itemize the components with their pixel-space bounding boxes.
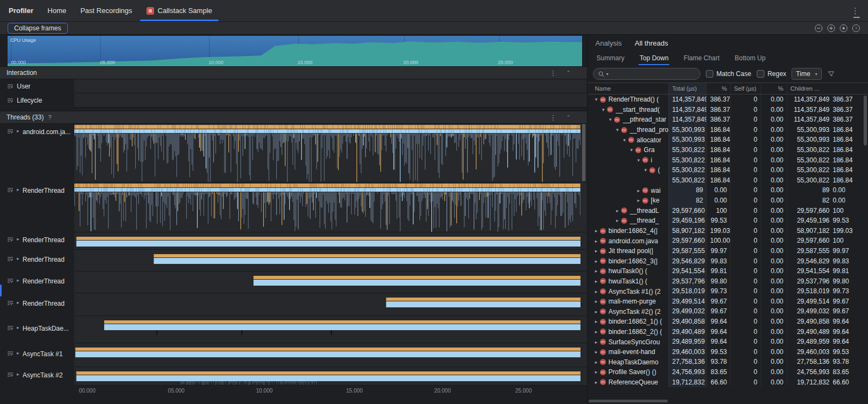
interaction-track[interactable] bbox=[74, 79, 587, 93]
expand-chevron-icon[interactable]: ▾ bbox=[593, 97, 600, 102]
thread-track[interactable] bbox=[74, 316, 587, 343]
thread-track-canvas[interactable] bbox=[74, 250, 580, 272]
filter-icon[interactable] bbox=[827, 70, 835, 78]
help-icon[interactable]: ? bbox=[48, 114, 52, 121]
expand-chevron-icon[interactable]: ▸ bbox=[593, 339, 600, 345]
interaction-section-header[interactable]: Interaction ⋮ ⌃ bbox=[0, 66, 587, 79]
thread-track-canvas[interactable] bbox=[74, 367, 580, 386]
tree-row[interactable]: ▸mJit thread pool(|29,587,55599.9700.002… bbox=[588, 246, 868, 256]
tree-row[interactable]: ▾mi55,300,822186.8400.0055,300,822186.84 bbox=[588, 155, 868, 166]
zoom-in-icon[interactable] bbox=[827, 24, 835, 33]
search-input[interactable]: ▾ bbox=[593, 68, 700, 80]
tree-row[interactable]: ▸mReferenceQueue19,712,83266.6000.0019,7… bbox=[588, 377, 868, 388]
column-header-total-s[interactable]: Total (µs) bbox=[668, 83, 706, 94]
tree-row[interactable]: ▾mRenderThread() (114,357,849386.3700.00… bbox=[588, 94, 868, 105]
match-case-checkbox[interactable]: Match Case bbox=[706, 70, 751, 78]
chevron-right-icon[interactable]: ▸ bbox=[17, 371, 20, 377]
expand-chevron-icon[interactable]: ▸ bbox=[593, 268, 600, 274]
tree-row[interactable]: ▸m[ke820.0000.00820.00 bbox=[588, 195, 868, 206]
tree-row[interactable]: ▸mProfile Saver() ()24,756,99383.6500.00… bbox=[588, 367, 868, 377]
tab-callstack-sample[interactable]: Callstack Sample bbox=[140, 0, 219, 21]
thread-track-canvas[interactable] bbox=[74, 343, 580, 367]
expand-chevron-icon[interactable]: ▸ bbox=[593, 248, 600, 254]
tree-row[interactable]: ▸mwai890.0000.00890.00 bbox=[588, 185, 868, 195]
chevron-down-icon[interactable]: ▾ bbox=[607, 72, 609, 77]
chevron-right-icon[interactable]: ▸ bbox=[17, 277, 20, 283]
chevron-right-icon[interactable]: ▸ bbox=[17, 236, 20, 242]
threads-section-header[interactable]: Threads (33) ? ⋮ ⌃ bbox=[0, 111, 587, 124]
expand-chevron-icon[interactable]: ▾ bbox=[628, 147, 635, 153]
subtab-bottom-up[interactable]: Bottom Up bbox=[733, 51, 767, 65]
thread-track[interactable] bbox=[74, 367, 587, 386]
thread-track-canvas[interactable] bbox=[74, 293, 580, 316]
thread-row-renderthread[interactable]: ▸RenderThread bbox=[0, 182, 587, 232]
cpu-usage-minimap-canvas[interactable] bbox=[8, 36, 582, 66]
expand-chevron-icon[interactable]: ▸ bbox=[614, 218, 621, 223]
search-text-field[interactable] bbox=[610, 70, 695, 78]
kebab-menu-icon[interactable]: ⋮ bbox=[550, 114, 557, 121]
tree-row[interactable]: ▸mhwuiTask1() (29,537,79699.8000.0029,53… bbox=[588, 276, 868, 287]
thread-track[interactable] bbox=[74, 293, 587, 316]
thread-track-canvas[interactable] bbox=[74, 232, 580, 250]
expand-chevron-icon[interactable]: ▾ bbox=[600, 107, 607, 112]
column-header-item[interactable]: % bbox=[706, 83, 730, 94]
expand-chevron-icon[interactable]: ▸ bbox=[593, 329, 600, 334]
expand-chevron-icon[interactable]: ▸ bbox=[593, 238, 600, 244]
expand-chevron-icon[interactable]: ▸ bbox=[593, 349, 600, 355]
thread-track-canvas[interactable] bbox=[74, 124, 580, 182]
chevron-right-icon[interactable]: ▸ bbox=[17, 187, 20, 192]
expand-chevron-icon[interactable]: ▸ bbox=[614, 208, 621, 213]
expand-chevron-icon[interactable]: ▸ bbox=[593, 299, 600, 304]
tab-all-threads[interactable]: All threads bbox=[635, 39, 668, 47]
subtab-summary[interactable]: Summary bbox=[596, 51, 626, 65]
tree-row[interactable]: ▸mbinder:16862_3(|29,546,82999.8300.0029… bbox=[588, 256, 868, 267]
chevron-right-icon[interactable]: ▸ bbox=[17, 256, 20, 261]
tree-row[interactable]: ▸mAsyncTask #2() (229,499,03299.6700.002… bbox=[588, 306, 868, 317]
expand-chevron-icon[interactable]: ▾ bbox=[607, 117, 614, 122]
thread-row-renderthread[interactable]: ▸RenderThread bbox=[0, 250, 587, 272]
zoom-to-selection-icon[interactable]: ? bbox=[852, 24, 860, 33]
tree-row[interactable]: ▸mhwuiTask0() (29,541,55499.8100.0029,54… bbox=[588, 266, 868, 276]
tree-row[interactable]: ▸mandroid.com.java29,597,660100.0000.002… bbox=[588, 236, 868, 246]
thread-track[interactable] bbox=[74, 124, 587, 182]
kebab-menu-icon[interactable]: ⋮ bbox=[550, 70, 557, 77]
chevron-right-icon[interactable]: ▸ bbox=[17, 300, 20, 305]
thread-row-asynctask-2[interactable]: ▸AsyncTask #2 bbox=[0, 367, 587, 386]
expand-chevron-icon[interactable]: ▾ bbox=[635, 157, 642, 163]
thread-row-renderthread[interactable]: ▸RenderThread bbox=[0, 293, 587, 316]
pane-scrollbar-thumb[interactable] bbox=[582, 124, 585, 181]
subtab-top-down[interactable]: Top Down bbox=[639, 51, 669, 65]
thread-row-heaptaskdae[interactable]: ▸HeapTaskDae... bbox=[0, 316, 587, 343]
chevron-up-icon[interactable]: ⌃ bbox=[566, 115, 571, 120]
expand-chevron-icon[interactable]: ▸ bbox=[635, 188, 642, 193]
tree-row[interactable]: ▸mAsyncTask #1() (229,518,01999.7300.002… bbox=[588, 286, 868, 296]
thread-track[interactable] bbox=[74, 272, 587, 293]
subtab-flame-chart[interactable]: Flame Chart bbox=[682, 51, 720, 65]
thread-row-android-com-ja[interactable]: ▸android.com.ja... bbox=[0, 124, 587, 182]
expand-chevron-icon[interactable]: ▸ bbox=[593, 380, 600, 385]
horizontal-scrollbar-thumb[interactable] bbox=[589, 400, 668, 402]
expand-chevron-icon[interactable]: ▾ bbox=[614, 127, 621, 132]
tree-row[interactable]: ▸mbinder:16862_4(|58,907,182199.0300.005… bbox=[588, 226, 868, 236]
tree-row[interactable]: ▾mGra55,300,822186.8400.0055,300,822186.… bbox=[588, 145, 868, 155]
thread-track[interactable] bbox=[74, 250, 587, 272]
tree-row[interactable]: ▸mmali-event-hand29,460,00399.5300.0029,… bbox=[588, 347, 868, 357]
expand-chevron-icon[interactable]: ▸ bbox=[593, 369, 600, 375]
collapse-frames-button[interactable]: Collapse frames bbox=[8, 23, 68, 34]
chevron-right-icon[interactable]: ▸ bbox=[17, 350, 20, 356]
tree-row[interactable]: ▸m__thread_29,459,19699.5300.0029,459,19… bbox=[588, 216, 868, 226]
zoom-out-icon[interactable] bbox=[814, 24, 823, 33]
expand-chevron-icon[interactable]: ▸ bbox=[593, 258, 600, 264]
hide-window-icon[interactable] bbox=[853, 17, 860, 18]
tree-row[interactable]: ▾m__thread_pro55,300,993186.8400.0055,30… bbox=[588, 125, 868, 135]
time-filter-dropdown[interactable]: Time ▾ bbox=[792, 68, 821, 80]
chevron-up-icon[interactable]: ⌃ bbox=[566, 71, 571, 75]
chevron-right-icon[interactable]: ▸ bbox=[17, 128, 20, 134]
thread-row-asynctask-1[interactable]: ▸AsyncTask #1 bbox=[0, 343, 587, 367]
tree-row[interactable]: ▸mbinder:16862_2() (29,490,48999.6400.00… bbox=[588, 327, 868, 337]
thread-row-renderthread[interactable]: ▸RenderThread bbox=[0, 272, 587, 293]
thread-track-canvas[interactable] bbox=[74, 272, 580, 293]
tree-row[interactable]: 55,300,822186.8400.0055,300,822186.84 bbox=[588, 175, 868, 186]
interaction-row-user[interactable]: User bbox=[0, 79, 587, 93]
expand-chevron-icon[interactable]: ▸ bbox=[593, 279, 600, 284]
